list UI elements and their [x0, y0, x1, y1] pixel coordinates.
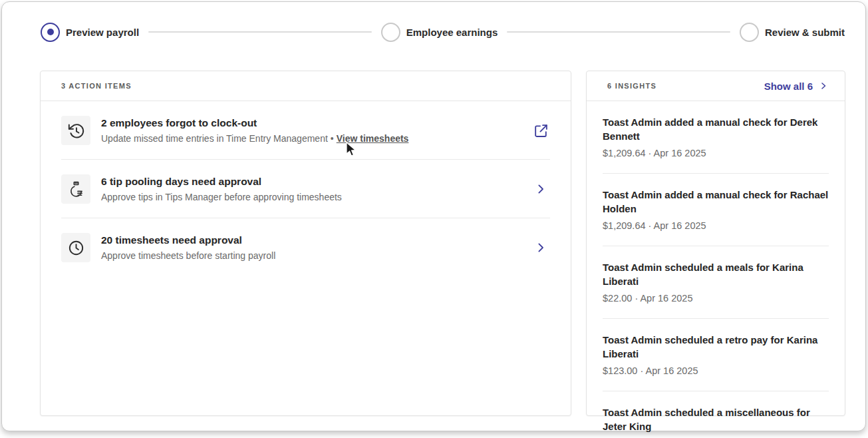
insight-detail: $123.00 · Apr 16 2025	[603, 365, 829, 376]
step-employee-earnings[interactable]: Employee earnings	[381, 23, 498, 42]
action-description: Approve timesheets before starting payro…	[101, 250, 521, 262]
step-label: Preview payroll	[66, 27, 139, 38]
insight-title: Toast Admin scheduled a retro pay for Ka…	[603, 333, 829, 361]
page-frame: Preview payroll Employee earnings Review…	[1, 1, 866, 431]
action-description: Update missed time entries in Time Entry…	[101, 132, 521, 144]
radio-selected-icon	[41, 23, 60, 42]
insight-detail: $22.00 · Apr 16 2025	[603, 293, 829, 304]
insight-item: Toast Admin scheduled a retro pay for Ka…	[603, 319, 829, 391]
tip-jar-icon	[61, 174, 90, 204]
insight-detail: $1,209.64 · Apr 16 2025	[603, 148, 829, 158]
step-label: Employee earnings	[406, 27, 498, 38]
step-preview-payroll[interactable]: Preview payroll	[41, 23, 139, 42]
stepper-connector	[507, 31, 730, 33]
action-items-card: 3 ACTION ITEMS 2 employees forgot to clo…	[40, 71, 571, 416]
action-title: 6 tip pooling days need approval	[101, 176, 521, 188]
insight-item: Toast Admin added a manual check for Der…	[603, 101, 829, 174]
action-description-text: Update missed time entries in Time Entry…	[101, 133, 328, 144]
insight-title: Toast Admin scheduled a miscellaneous fo…	[603, 405, 829, 433]
action-items-header: 3 ACTION ITEMS	[41, 71, 571, 101]
action-description: Approve tips in Tips Manager before appr…	[101, 191, 521, 203]
action-item-timesheets[interactable]: 20 timesheets need approval Approve time…	[61, 218, 550, 276]
stepper-connector	[148, 31, 372, 33]
chevron-right-icon[interactable]	[531, 183, 550, 195]
step-review-submit[interactable]: Review & submit	[740, 23, 845, 42]
insight-item: Toast Admin scheduled a meals for Karina…	[603, 246, 829, 319]
radio-empty-icon	[381, 23, 400, 42]
bullet-separator: •	[331, 133, 334, 144]
history-clock-icon	[61, 116, 90, 145]
show-all-label: Show all 6	[764, 81, 813, 92]
insights-header: 6 INSIGHTS Show all 6	[587, 71, 845, 101]
show-all-button[interactable]: Show all 6	[764, 81, 827, 92]
insight-title: Toast Admin scheduled a meals for Karina…	[603, 260, 829, 288]
step-label: Review & submit	[765, 27, 845, 38]
view-timesheets-link[interactable]: View timesheets	[337, 133, 409, 144]
action-item-clock-out[interactable]: 2 employees forgot to clock-out Update m…	[61, 101, 550, 160]
insight-title: Toast Admin added a manual check for Rac…	[603, 188, 829, 216]
insight-title: Toast Admin added a manual check for Der…	[603, 115, 829, 143]
insight-detail: $1,209.64 · Apr 16 2025	[603, 220, 829, 231]
radio-empty-icon	[740, 23, 759, 42]
chevron-right-icon[interactable]	[531, 242, 550, 254]
insight-item: Toast Admin added a manual check for Rac…	[603, 174, 829, 246]
action-title: 20 timesheets need approval	[101, 234, 521, 246]
insights-card: 6 INSIGHTS Show all 6 Toast Admin added …	[586, 71, 845, 416]
clock-icon	[61, 233, 90, 262]
insights-title: 6 INSIGHTS	[607, 82, 656, 90]
action-items-title: 3 ACTION ITEMS	[61, 82, 132, 90]
action-item-tip-pooling[interactable]: 6 tip pooling days need approval Approve…	[61, 160, 550, 218]
action-title: 2 employees forgot to clock-out	[101, 117, 521, 129]
payroll-stepper: Preview payroll Employee earnings Review…	[41, 21, 845, 43]
external-link-icon[interactable]	[531, 122, 550, 139]
insight-item: Toast Admin scheduled a miscellaneous fo…	[603, 391, 829, 438]
chevron-right-icon	[819, 82, 827, 90]
